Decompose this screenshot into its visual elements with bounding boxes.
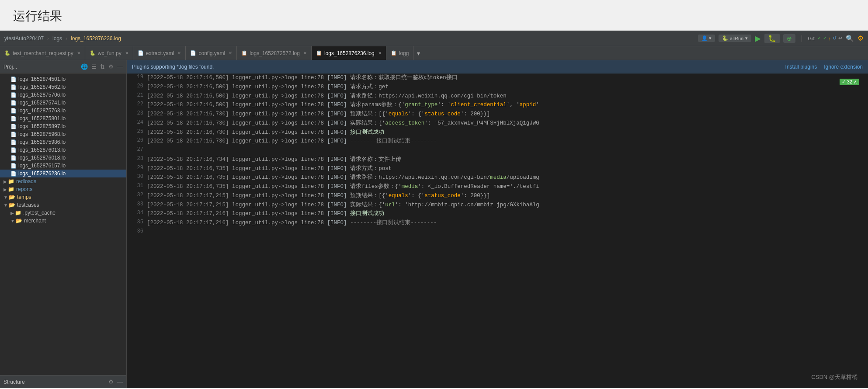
tab-icon-log-3: 📋 bbox=[391, 50, 397, 56]
file-icon-9: 📄 bbox=[10, 139, 17, 145]
git-check-icon-2: ✓ bbox=[823, 35, 827, 41]
git-arrow-icon: ↑ bbox=[829, 36, 831, 41]
tab-close-3[interactable]: ✕ bbox=[229, 51, 232, 56]
install-plugins-link[interactable]: Install plugins bbox=[785, 64, 817, 70]
log-line-text: [2022-05-18 20:17:16,735] logger_util.py… bbox=[147, 173, 868, 182]
run-button[interactable]: ▶ bbox=[755, 34, 761, 43]
list-item[interactable]: 📄 logs_1652875706.lo bbox=[0, 91, 126, 99]
tab-extract-yaml[interactable]: 📄 extract.yaml ✕ bbox=[133, 46, 186, 60]
log-row: 21[2022-05-18 20:17:16,500] logger_util.… bbox=[127, 92, 868, 101]
list-item[interactable]: 📄 logs_1652875801.lo bbox=[0, 115, 126, 122]
git-undo-icon: ↩ bbox=[838, 35, 842, 41]
breadcrumb-sep-0: › bbox=[47, 35, 49, 42]
tab-test-merchant[interactable]: 🐍 test_merchant_request.py ✕ bbox=[0, 46, 85, 60]
notification-bar: Plugins supporting *.log files found. In… bbox=[127, 60, 868, 73]
log-row: 31[2022-05-18 20:17:16,735] logger_util.… bbox=[127, 182, 868, 191]
git-label: Git: ✓ ✓ ↑ ↺ ↩ bbox=[808, 35, 842, 41]
log-row: 35[2022-05-18 20:17:17,216] logger_util.… bbox=[127, 219, 868, 228]
sidebar-item-testcases[interactable]: ▼ 📂 testcases bbox=[0, 201, 126, 209]
tab-log-2[interactable]: 📋 logs_1652876236.log ✕ bbox=[312, 46, 386, 60]
tab-more[interactable]: ▾ bbox=[413, 46, 424, 60]
log-line-text: [2022-05-18 20:17:16,735] logger_util.py… bbox=[147, 164, 868, 174]
log-line-text: [2022-05-18 20:17:16,730] logger_util.py… bbox=[147, 119, 868, 128]
tab-label-1: wx_fun.py bbox=[98, 50, 122, 56]
tab-close-2[interactable]: ✕ bbox=[177, 51, 181, 56]
ignore-extension-link[interactable]: Ignore extension bbox=[824, 64, 863, 70]
list-item[interactable]: 📄 logs_1652874501.lo bbox=[0, 75, 126, 83]
file-icon-12: 📄 bbox=[10, 163, 17, 169]
breadcrumb-item-1[interactable]: logs bbox=[52, 35, 62, 42]
list-item[interactable]: 📄 logs_1652874562.lo bbox=[0, 83, 126, 91]
list-item[interactable]: 📄 logs_1652875897.lo bbox=[0, 122, 126, 130]
tab-logg[interactable]: 📋 logg bbox=[386, 46, 414, 60]
log-row: 33[2022-05-18 20:17:17,215] logger_util.… bbox=[127, 201, 868, 210]
sidebar-globe-icon[interactable]: 🌐 bbox=[81, 63, 88, 70]
list-item[interactable]: 📄 logs_1652875986.lo bbox=[0, 138, 126, 146]
log-line-text: [2022-05-18 20:17:17,216] logger_util.py… bbox=[147, 219, 868, 228]
breadcrumb-item-2[interactable]: logs_1652876236.log bbox=[71, 35, 121, 42]
list-item[interactable]: 📄 logs_1652875763.lo bbox=[0, 107, 126, 115]
log-line-text: [2022-05-18 20:17:16,730] logger_util.py… bbox=[147, 137, 868, 146]
tab-log-1[interactable]: 📋 logs_1652872572.log ✕ bbox=[237, 46, 312, 60]
log-row: 36 bbox=[127, 228, 868, 237]
coverage-button[interactable]: ⊕ bbox=[783, 34, 795, 43]
folder-arrow-icon-5: ▶ bbox=[10, 211, 14, 215]
sidebar-list-icon[interactable]: ☰ bbox=[91, 63, 97, 70]
log-line-text: [2022-05-18 20:17:16,500] logger_util.py… bbox=[147, 92, 868, 101]
sidebar-gear-icon[interactable]: ⚙ bbox=[108, 63, 114, 70]
log-row: 29[2022-05-18 20:17:16,735] logger_util.… bbox=[127, 164, 868, 174]
list-item[interactable]: 📄 logs_1652876157.lo bbox=[0, 162, 126, 170]
tab-close-0[interactable]: ✕ bbox=[77, 51, 80, 56]
list-item[interactable]: 📄 logs_1652876018.lo bbox=[0, 154, 126, 162]
debug-button[interactable]: 🐛 bbox=[764, 34, 780, 43]
list-item[interactable]: 📄 logs_1652875968.lo bbox=[0, 130, 126, 138]
tree-item-label: reports bbox=[16, 186, 32, 192]
tree-item-label: logs_1652876157.lo bbox=[18, 163, 66, 169]
all-run-dropdown[interactable]: 🐍 allRun ▾ bbox=[719, 35, 751, 42]
tree-item-label: logs_1652875897.lo bbox=[18, 123, 66, 129]
tab-close-5[interactable]: ✕ bbox=[378, 51, 382, 56]
log-line-text: [2022-05-18 20:17:16,735] logger_util.py… bbox=[147, 182, 868, 191]
tree-item-label: temps bbox=[17, 194, 31, 200]
tab-wx-fun[interactable]: 🐍 wx_fun.py ✕ bbox=[85, 46, 133, 60]
sidebar-item-merchant[interactable]: ▼ 📂 merchant bbox=[0, 217, 126, 225]
line-number: 21 bbox=[127, 92, 147, 101]
structure-gear-icon[interactable]: ⚙ bbox=[108, 379, 114, 385]
settings-icon[interactable]: ⚙ bbox=[858, 34, 864, 42]
sidebar-item-pytest-cache[interactable]: ▶ 📁 .pytest_cache bbox=[0, 209, 126, 217]
tree-item-label: .pytest_cache bbox=[23, 210, 56, 216]
scroll-badge: ✓ 32 ∧ bbox=[840, 77, 861, 85]
tab-label-6: logg bbox=[399, 50, 409, 56]
folder-icon-temps: 📂 bbox=[9, 194, 15, 200]
tree-item-label: merchant bbox=[24, 218, 46, 224]
search-icon[interactable]: 🔍 bbox=[846, 35, 854, 42]
breadcrumb-sep-1: › bbox=[66, 35, 67, 42]
tab-close-4[interactable]: ✕ bbox=[303, 51, 307, 56]
tab-icon-yaml-2: 📄 bbox=[190, 50, 196, 56]
tab-icon-yaml-1: 📄 bbox=[138, 50, 144, 56]
sidebar-sort-icon[interactable]: ⇅ bbox=[100, 63, 105, 70]
log-content[interactable]: 19[2022-05-18 20:17:16,500] logger_util.… bbox=[127, 73, 868, 388]
breadcrumb-item-0[interactable]: ytestAuto220407 bbox=[4, 35, 44, 42]
sidebar-item-reports[interactable]: ▶ 📁 reports bbox=[0, 185, 126, 193]
tab-close-1[interactable]: ✕ bbox=[125, 51, 128, 56]
git-check-icon-1: ✓ bbox=[817, 35, 821, 41]
user-icon[interactable]: 👤 ▾ bbox=[698, 35, 715, 42]
structure-minus-icon[interactable]: — bbox=[117, 379, 123, 385]
sidebar-minus-icon[interactable]: — bbox=[117, 63, 123, 70]
log-row: 32[2022-05-18 20:17:17,215] logger_util.… bbox=[127, 191, 868, 201]
list-item[interactable]: 📄 logs_1652876013.lo bbox=[0, 146, 126, 154]
folder-icon-pytest: 📁 bbox=[15, 210, 21, 216]
log-row: 20[2022-05-18 20:17:16,500] logger_util.… bbox=[127, 83, 868, 92]
list-item[interactable]: 📄 logs_1652876236.lo bbox=[0, 170, 126, 177]
tab-config-yaml[interactable]: 📄 config.yaml ✕ bbox=[186, 46, 237, 60]
structure-icons: ⚙ — bbox=[108, 379, 123, 385]
separator-1: | bbox=[801, 35, 802, 42]
sidebar-item-redloads[interactable]: ▶ 📁 redloads bbox=[0, 177, 126, 185]
log-row: 22[2022-05-18 20:17:16,500] logger_util.… bbox=[127, 101, 868, 110]
file-icon-8: 📄 bbox=[10, 132, 17, 137]
sidebar-item-temps[interactable]: ▼ 📂 temps bbox=[0, 193, 126, 201]
list-item[interactable]: 📄 logs_1652875741.lo bbox=[0, 99, 126, 107]
sidebar-title: Proj... bbox=[3, 64, 17, 70]
log-row: 19[2022-05-18 20:17:16,500] logger_util.… bbox=[127, 73, 868, 83]
